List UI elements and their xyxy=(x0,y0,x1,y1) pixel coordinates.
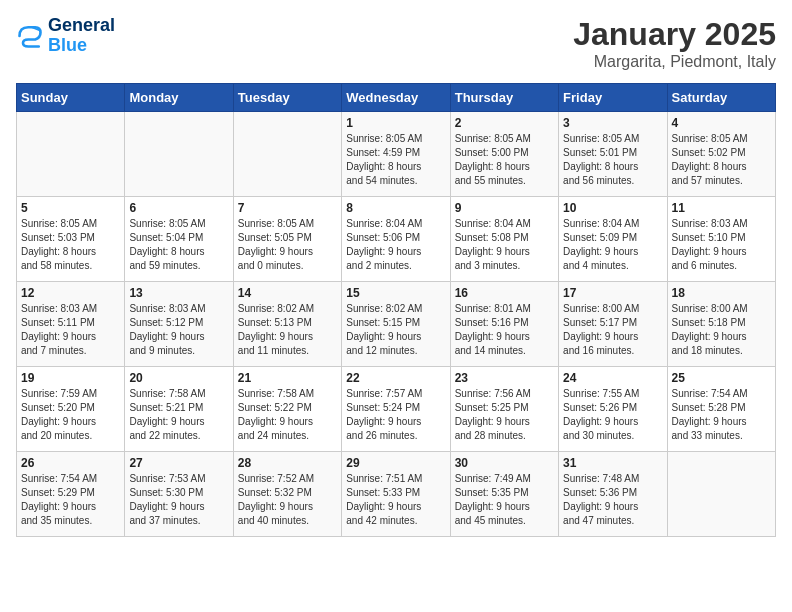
day-number: 11 xyxy=(672,201,771,215)
calendar-cell xyxy=(667,452,775,537)
day-info: Sunrise: 8:04 AM Sunset: 5:06 PM Dayligh… xyxy=(346,217,445,273)
day-info: Sunrise: 7:58 AM Sunset: 5:22 PM Dayligh… xyxy=(238,387,337,443)
day-number: 9 xyxy=(455,201,554,215)
title-area: January 2025 Margarita, Piedmont, Italy xyxy=(573,16,776,71)
calendar-cell: 28Sunrise: 7:52 AM Sunset: 5:32 PM Dayli… xyxy=(233,452,341,537)
page-subtitle: Margarita, Piedmont, Italy xyxy=(573,53,776,71)
calendar-cell: 22Sunrise: 7:57 AM Sunset: 5:24 PM Dayli… xyxy=(342,367,450,452)
calendar-cell: 2Sunrise: 8:05 AM Sunset: 5:00 PM Daylig… xyxy=(450,112,558,197)
day-info: Sunrise: 8:03 AM Sunset: 5:11 PM Dayligh… xyxy=(21,302,120,358)
calendar-cell: 9Sunrise: 8:04 AM Sunset: 5:08 PM Daylig… xyxy=(450,197,558,282)
calendar-cell: 24Sunrise: 7:55 AM Sunset: 5:26 PM Dayli… xyxy=(559,367,667,452)
day-number: 4 xyxy=(672,116,771,130)
calendar-cell: 23Sunrise: 7:56 AM Sunset: 5:25 PM Dayli… xyxy=(450,367,558,452)
day-number: 29 xyxy=(346,456,445,470)
calendar-cell: 18Sunrise: 8:00 AM Sunset: 5:18 PM Dayli… xyxy=(667,282,775,367)
day-info: Sunrise: 7:54 AM Sunset: 5:29 PM Dayligh… xyxy=(21,472,120,528)
header-cell: Friday xyxy=(559,84,667,112)
day-info: Sunrise: 7:55 AM Sunset: 5:26 PM Dayligh… xyxy=(563,387,662,443)
calendar-cell: 3Sunrise: 8:05 AM Sunset: 5:01 PM Daylig… xyxy=(559,112,667,197)
day-info: Sunrise: 7:54 AM Sunset: 5:28 PM Dayligh… xyxy=(672,387,771,443)
day-info: Sunrise: 8:03 AM Sunset: 5:10 PM Dayligh… xyxy=(672,217,771,273)
day-number: 8 xyxy=(346,201,445,215)
day-info: Sunrise: 8:04 AM Sunset: 5:08 PM Dayligh… xyxy=(455,217,554,273)
calendar-cell: 6Sunrise: 8:05 AM Sunset: 5:04 PM Daylig… xyxy=(125,197,233,282)
day-number: 26 xyxy=(21,456,120,470)
calendar-cell: 17Sunrise: 8:00 AM Sunset: 5:17 PM Dayli… xyxy=(559,282,667,367)
day-info: Sunrise: 7:56 AM Sunset: 5:25 PM Dayligh… xyxy=(455,387,554,443)
day-info: Sunrise: 7:51 AM Sunset: 5:33 PM Dayligh… xyxy=(346,472,445,528)
calendar-cell: 11Sunrise: 8:03 AM Sunset: 5:10 PM Dayli… xyxy=(667,197,775,282)
day-info: Sunrise: 8:05 AM Sunset: 4:59 PM Dayligh… xyxy=(346,132,445,188)
header: General Blue January 2025 Margarita, Pie… xyxy=(16,16,776,71)
day-info: Sunrise: 8:03 AM Sunset: 5:12 PM Dayligh… xyxy=(129,302,228,358)
calendar-week-row: 19Sunrise: 7:59 AM Sunset: 5:20 PM Dayli… xyxy=(17,367,776,452)
calendar-week-row: 12Sunrise: 8:03 AM Sunset: 5:11 PM Dayli… xyxy=(17,282,776,367)
day-number: 23 xyxy=(455,371,554,385)
day-info: Sunrise: 8:05 AM Sunset: 5:02 PM Dayligh… xyxy=(672,132,771,188)
logo-icon xyxy=(16,22,44,50)
logo-text: General Blue xyxy=(48,16,115,56)
day-number: 17 xyxy=(563,286,662,300)
calendar-cell: 14Sunrise: 8:02 AM Sunset: 5:13 PM Dayli… xyxy=(233,282,341,367)
day-number: 16 xyxy=(455,286,554,300)
calendar-week-row: 26Sunrise: 7:54 AM Sunset: 5:29 PM Dayli… xyxy=(17,452,776,537)
calendar-table: SundayMondayTuesdayWednesdayThursdayFrid… xyxy=(16,83,776,537)
day-number: 13 xyxy=(129,286,228,300)
calendar-cell: 12Sunrise: 8:03 AM Sunset: 5:11 PM Dayli… xyxy=(17,282,125,367)
calendar-cell: 13Sunrise: 8:03 AM Sunset: 5:12 PM Dayli… xyxy=(125,282,233,367)
header-cell: Sunday xyxy=(17,84,125,112)
day-info: Sunrise: 8:05 AM Sunset: 5:00 PM Dayligh… xyxy=(455,132,554,188)
calendar-cell: 5Sunrise: 8:05 AM Sunset: 5:03 PM Daylig… xyxy=(17,197,125,282)
header-cell: Monday xyxy=(125,84,233,112)
calendar-body: 1Sunrise: 8:05 AM Sunset: 4:59 PM Daylig… xyxy=(17,112,776,537)
day-info: Sunrise: 7:58 AM Sunset: 5:21 PM Dayligh… xyxy=(129,387,228,443)
day-number: 31 xyxy=(563,456,662,470)
day-number: 2 xyxy=(455,116,554,130)
day-number: 5 xyxy=(21,201,120,215)
day-number: 20 xyxy=(129,371,228,385)
day-info: Sunrise: 7:49 AM Sunset: 5:35 PM Dayligh… xyxy=(455,472,554,528)
header-cell: Thursday xyxy=(450,84,558,112)
calendar-week-row: 5Sunrise: 8:05 AM Sunset: 5:03 PM Daylig… xyxy=(17,197,776,282)
day-info: Sunrise: 8:02 AM Sunset: 5:13 PM Dayligh… xyxy=(238,302,337,358)
day-info: Sunrise: 8:05 AM Sunset: 5:03 PM Dayligh… xyxy=(21,217,120,273)
day-info: Sunrise: 7:59 AM Sunset: 5:20 PM Dayligh… xyxy=(21,387,120,443)
day-number: 14 xyxy=(238,286,337,300)
day-info: Sunrise: 8:00 AM Sunset: 5:17 PM Dayligh… xyxy=(563,302,662,358)
calendar-cell: 19Sunrise: 7:59 AM Sunset: 5:20 PM Dayli… xyxy=(17,367,125,452)
day-number: 19 xyxy=(21,371,120,385)
calendar-cell: 26Sunrise: 7:54 AM Sunset: 5:29 PM Dayli… xyxy=(17,452,125,537)
header-cell: Tuesday xyxy=(233,84,341,112)
calendar-week-row: 1Sunrise: 8:05 AM Sunset: 4:59 PM Daylig… xyxy=(17,112,776,197)
calendar-cell: 31Sunrise: 7:48 AM Sunset: 5:36 PM Dayli… xyxy=(559,452,667,537)
day-number: 27 xyxy=(129,456,228,470)
day-number: 1 xyxy=(346,116,445,130)
calendar-cell: 25Sunrise: 7:54 AM Sunset: 5:28 PM Dayli… xyxy=(667,367,775,452)
page-title: January 2025 xyxy=(573,16,776,53)
header-cell: Saturday xyxy=(667,84,775,112)
calendar-header: SundayMondayTuesdayWednesdayThursdayFrid… xyxy=(17,84,776,112)
day-number: 6 xyxy=(129,201,228,215)
day-number: 24 xyxy=(563,371,662,385)
header-row: SundayMondayTuesdayWednesdayThursdayFrid… xyxy=(17,84,776,112)
day-info: Sunrise: 8:05 AM Sunset: 5:05 PM Dayligh… xyxy=(238,217,337,273)
day-number: 22 xyxy=(346,371,445,385)
calendar-cell: 1Sunrise: 8:05 AM Sunset: 4:59 PM Daylig… xyxy=(342,112,450,197)
calendar-cell: 7Sunrise: 8:05 AM Sunset: 5:05 PM Daylig… xyxy=(233,197,341,282)
day-number: 30 xyxy=(455,456,554,470)
day-number: 18 xyxy=(672,286,771,300)
day-info: Sunrise: 7:53 AM Sunset: 5:30 PM Dayligh… xyxy=(129,472,228,528)
day-number: 10 xyxy=(563,201,662,215)
calendar-cell: 10Sunrise: 8:04 AM Sunset: 5:09 PM Dayli… xyxy=(559,197,667,282)
day-info: Sunrise: 8:05 AM Sunset: 5:04 PM Dayligh… xyxy=(129,217,228,273)
calendar-cell xyxy=(17,112,125,197)
calendar-cell: 20Sunrise: 7:58 AM Sunset: 5:21 PM Dayli… xyxy=(125,367,233,452)
day-number: 3 xyxy=(563,116,662,130)
calendar-cell: 16Sunrise: 8:01 AM Sunset: 5:16 PM Dayli… xyxy=(450,282,558,367)
calendar-cell: 21Sunrise: 7:58 AM Sunset: 5:22 PM Dayli… xyxy=(233,367,341,452)
logo: General Blue xyxy=(16,16,115,56)
day-info: Sunrise: 8:02 AM Sunset: 5:15 PM Dayligh… xyxy=(346,302,445,358)
day-info: Sunrise: 8:05 AM Sunset: 5:01 PM Dayligh… xyxy=(563,132,662,188)
calendar-cell xyxy=(233,112,341,197)
